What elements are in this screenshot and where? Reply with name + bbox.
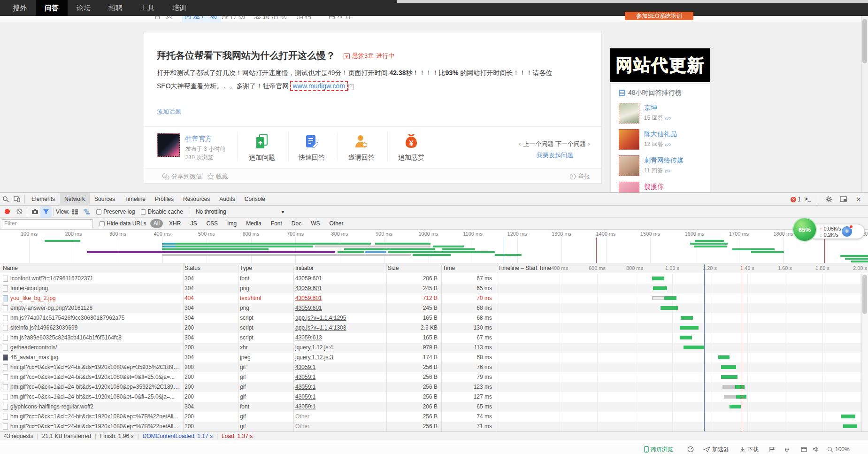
filter-funnel-icon[interactable]: [40, 206, 52, 217]
request-initiator[interactable]: 43059:601: [295, 303, 384, 313]
network-request-row[interactable]: hm.gif?cc=0&ck=1&cl=24-bit&ds=1920x1080&…: [0, 362, 868, 372]
devtools-tab-Profiles[interactable]: Profiles: [150, 193, 178, 206]
filter-type-Other[interactable]: Other: [326, 219, 347, 228]
ie-mode-button[interactable]: ℮: [785, 444, 789, 454]
throttling-select[interactable]: No throttling: [196, 208, 226, 215]
add-topic-link[interactable]: 添加话题: [157, 108, 181, 116]
user-avatar[interactable]: [619, 103, 639, 123]
network-overview[interactable]: 100 ms200 ms300 ms400 ms500 ms600 ms700 …: [0, 230, 868, 263]
add-question-button[interactable]: 追加问题: [241, 133, 283, 162]
quick-answer-button[interactable]: 快速回答: [291, 133, 333, 162]
report-button[interactable]: 举报: [569, 172, 590, 181]
network-request-row[interactable]: hm.gif?cc=0&ck=1&cl=24-bit&ds=1920x1080&…: [0, 392, 868, 402]
record-button[interactable]: [5, 209, 10, 214]
console-drawer-icon[interactable]: >_: [805, 196, 811, 203]
topnav-item-搜外[interactable]: 搜外: [4, 0, 36, 16]
site-update-ad-banner[interactable]: 网站代更新: [610, 48, 710, 82]
network-request-row[interactable]: getheadercontrols/200xhrjquery.1.12.js:4…: [0, 343, 868, 353]
network-request-row[interactable]: hm.js?74a071c5175426f9cc30680187962a7530…: [0, 313, 868, 323]
cross-screen-button[interactable]: 跨屏浏览: [644, 444, 673, 454]
column-header-Initiator[interactable]: Initiator: [295, 265, 314, 271]
network-request-row[interactable]: hm.js?a89e60325c8243cb4164b1f6f5164fc830…: [0, 333, 868, 343]
author-name[interactable]: 牡帝官方: [185, 135, 212, 143]
request-initiator[interactable]: jquery.1.12.js:3: [295, 353, 384, 362]
ask-question-link[interactable]: 我要发起问题: [537, 151, 573, 160]
filter-type-Media[interactable]: Media: [243, 219, 265, 228]
filter-type-Doc[interactable]: Doc: [288, 219, 305, 228]
download-button[interactable]: 下载: [740, 444, 759, 454]
request-initiator[interactable]: 43059:1: [295, 392, 384, 402]
link-icon[interactable]: [665, 116, 671, 121]
column-header-Time[interactable]: Time: [443, 265, 493, 271]
network-request-row[interactable]: hm.gif?cc=0&ck=1&cl=24-bit&ds=1920x1080&…: [0, 422, 868, 431]
column-header-Status[interactable]: Status: [184, 265, 200, 271]
user-name[interactable]: 搜援你: [644, 183, 664, 191]
request-initiator[interactable]: app.js?v=1.1.4:1295: [295, 313, 384, 323]
devtools-scrollbar-thumb[interactable]: [862, 275, 867, 314]
capture-screenshots-icon[interactable]: [29, 206, 40, 217]
author-avatar[interactable]: [157, 133, 180, 157]
close-devtools-icon[interactable]: ×: [853, 194, 864, 205]
column-header-Name[interactable]: Name: [3, 265, 18, 271]
filter-type-WS[interactable]: WS: [307, 219, 323, 228]
request-initiator[interactable]: jquery.1.12.js:4: [295, 343, 384, 353]
site-link[interactable]: www.mudigw.com: [290, 81, 348, 91]
settings-gear-icon[interactable]: [823, 194, 834, 205]
user-avatar[interactable]: [619, 155, 639, 176]
invite-answer-button[interactable]: 邀请回答: [340, 133, 383, 162]
network-request-row[interactable]: hm.gif?cc=0&ck=1&cl=24-bit&ds=1920x1080&…: [0, 372, 868, 382]
network-request-row[interactable]: glyphicons-halflings-regular.woff2304fon…: [0, 402, 868, 412]
network-request-row[interactable]: 46_avatar_max.jpg304jpegjquery.1.12.js:3…: [0, 353, 868, 362]
next-question-link[interactable]: 下一个问题: [555, 140, 586, 147]
devtools-tab-Resources[interactable]: Resources: [178, 193, 215, 206]
devtools-tab-Network[interactable]: Network: [60, 193, 90, 206]
request-initiator[interactable]: 43059:1: [295, 402, 384, 412]
request-initiator[interactable]: 43059:601: [295, 293, 384, 303]
window-mode-button[interactable]: [801, 444, 807, 454]
zoom-control[interactable]: 100%: [827, 444, 850, 454]
network-request-row[interactable]: empty-answer-bg.png?20161128304png43059:…: [0, 303, 868, 313]
network-request-row[interactable]: hm.gif?cc=0&ck=1&cl=24-bit&ds=1920x1080&…: [0, 412, 868, 422]
network-request-row[interactable]: hm.gif?cc=0&ck=1&cl=24-bit&ds=1920x1080&…: [0, 382, 868, 392]
speed-dial-button[interactable]: [687, 444, 694, 454]
request-initiator[interactable]: 43059:1: [295, 382, 384, 392]
topnav-item-培训[interactable]: 培训: [163, 0, 195, 16]
inspect-element-icon[interactable]: [0, 193, 11, 205]
user-avatar[interactable]: [619, 129, 639, 150]
view-waterfall-icon[interactable]: [81, 206, 92, 217]
preserve-log-checkbox[interactable]: Preserve log: [96, 208, 135, 215]
request-initiator[interactable]: 43059:601: [295, 284, 384, 293]
filter-type-Img[interactable]: Img: [224, 219, 240, 228]
topnav-item-工具[interactable]: 工具: [131, 0, 163, 16]
accelerator-button[interactable]: 加速器: [703, 444, 729, 454]
topnav-item-招聘[interactable]: 招聘: [100, 0, 131, 16]
hide-data-urls-checkbox[interactable]: Hide data URLs: [100, 220, 146, 227]
device-toolbar-icon[interactable]: [11, 193, 23, 205]
mute-button[interactable]: [813, 444, 820, 454]
favorite-button[interactable]: 收藏: [207, 172, 228, 181]
request-initiator[interactable]: 43059:1: [295, 362, 384, 372]
share-wechat-button[interactable]: 分享到微信: [162, 172, 202, 181]
view-list-icon[interactable]: [69, 206, 81, 217]
request-initiator[interactable]: 43059:1: [295, 372, 384, 382]
network-request-row[interactable]: you_like_bg_2.jpg404text/html43059:60171…: [0, 293, 868, 303]
user-name[interactable]: 陈大仙礼品: [644, 130, 677, 139]
seo-training-button[interactable]: 参加SEO系统培训: [625, 12, 693, 20]
filter-type-XHR[interactable]: XHR: [166, 219, 184, 228]
filter-type-JS[interactable]: JS: [187, 219, 200, 228]
filter-type-CSS[interactable]: CSS: [203, 219, 221, 228]
add-bounty-button[interactable]: 追加悬赏: [390, 133, 432, 162]
request-initiator[interactable]: 43059:613: [295, 333, 384, 343]
request-initiator[interactable]: app.js?v=1.1.4:1303: [295, 323, 384, 333]
devtools-tab-Timeline[interactable]: Timeline: [120, 193, 150, 206]
page-scrollbar-thumb[interactable]: [862, 19, 867, 63]
clear-icon[interactable]: [14, 206, 25, 217]
devtools-tab-Audits[interactable]: Audits: [215, 193, 239, 206]
devtools-tab-Console[interactable]: Console: [240, 193, 270, 206]
dock-side-icon[interactable]: [838, 194, 849, 205]
prev-question-link[interactable]: 上一个问题: [523, 140, 553, 147]
devtools-tab-Sources[interactable]: Sources: [90, 193, 120, 206]
user-name[interactable]: 京坤: [644, 104, 657, 112]
devtools-tab-Elements[interactable]: Elements: [27, 193, 60, 206]
network-request-row[interactable]: footer-icon.png304png43059:601245 B65 ms: [0, 284, 868, 293]
